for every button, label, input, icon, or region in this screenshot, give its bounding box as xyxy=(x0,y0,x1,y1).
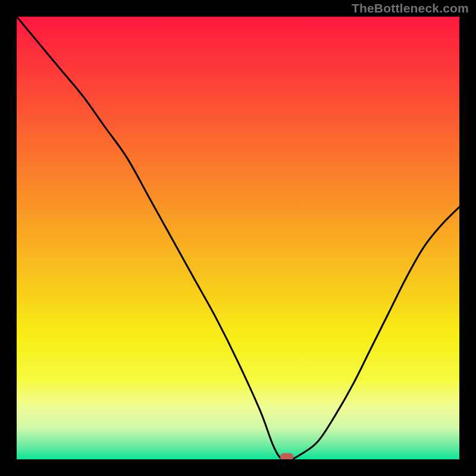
chart-container: TheBottleneck.com xyxy=(0,0,476,476)
plot-area xyxy=(17,17,459,459)
optimal-point-marker xyxy=(280,453,293,460)
watermark-text: TheBottleneck.com xyxy=(352,1,469,15)
bottleneck-curve xyxy=(17,17,459,459)
